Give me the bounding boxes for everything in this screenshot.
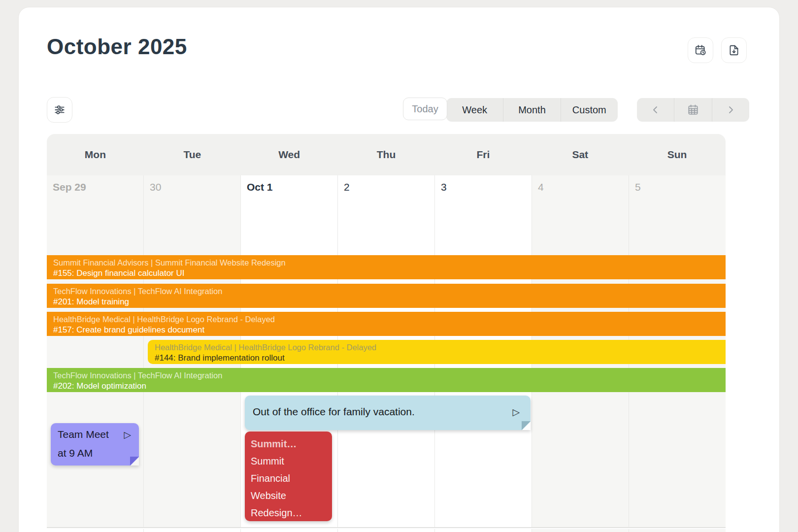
- view-switcher: Week Month Custom: [446, 98, 618, 122]
- export-button[interactable]: [721, 37, 747, 63]
- schedule-view-button[interactable]: [688, 37, 713, 63]
- note-text: Team Meet: [58, 429, 109, 440]
- play-triangle-icon[interactable]: ▷: [124, 429, 131, 440]
- today-button[interactable]: Today: [403, 98, 447, 120]
- filter-button[interactable]: [47, 97, 72, 123]
- prev-button[interactable]: [637, 98, 674, 122]
- date-navigation: [637, 98, 749, 122]
- next-button[interactable]: [712, 98, 749, 122]
- weekday-header: Sat: [532, 134, 629, 175]
- event-bar-201[interactable]: TechFlow Innovations | TechFlow AI Integ…: [47, 284, 726, 308]
- chevron-right-icon: [725, 104, 736, 116]
- sticky-note-team-meet[interactable]: Team Meet at 9 AM ▷: [51, 423, 139, 466]
- calendar-page: October 2025: [0, 0, 798, 532]
- date-label: 2: [344, 181, 350, 193]
- weekday-header: Mon: [47, 134, 144, 175]
- event-project: Summit Financial Advisors | Summit Finan…: [53, 258, 726, 268]
- event-project: TechFlow Innovations | TechFlow AI Integ…: [53, 286, 726, 297]
- folded-corner: [522, 421, 531, 430]
- event-task: #155: Design financial calculator UI: [53, 268, 726, 279]
- tab-month[interactable]: Month: [503, 98, 561, 122]
- note-text: at 9 AM: [58, 447, 93, 459]
- date-label: 5: [635, 181, 641, 193]
- chevron-left-icon: [650, 104, 662, 116]
- date-label: Oct 1: [247, 181, 273, 193]
- weekday-header: Wed: [241, 134, 338, 175]
- weekday-header: Fri: [434, 134, 532, 175]
- date-label: 4: [538, 181, 544, 193]
- page-title: October 2025: [47, 34, 187, 59]
- day-cell-sep-29[interactable]: Sep 29: [47, 175, 144, 527]
- datepicker-button[interactable]: [674, 98, 712, 122]
- weekday-header: Sun: [629, 134, 726, 175]
- play-triangle-icon[interactable]: ▷: [512, 406, 520, 418]
- event-task: #157: Create brand guidelines document: [53, 325, 726, 335]
- date-label: 3: [441, 181, 447, 193]
- event-task: #144: Brand implementation rollout: [155, 353, 726, 364]
- event-task: #201: Model training: [53, 297, 726, 307]
- next-week-row: [47, 529, 726, 532]
- event-project: TechFlow Innovations | TechFlow AI Integ…: [53, 370, 726, 381]
- date-label: Sep 29: [53, 181, 86, 193]
- event-block-subtitle: Summit Financial Website Redesign…: [251, 453, 326, 521]
- event-bar-157[interactable]: HealthBridge Medical | HealthBridge Logo…: [47, 312, 726, 336]
- sliders-icon: [53, 103, 66, 116]
- event-project: HealthBridge Medical | HealthBridge Logo…: [53, 314, 726, 325]
- event-bar-144[interactable]: HealthBridge Medical | HealthBridge Logo…: [148, 340, 726, 364]
- weekday-header: Thu: [338, 134, 435, 175]
- note-text: Out of the office for family vacation.: [253, 406, 415, 418]
- event-block-summit[interactable]: Summit… Summit Financial Website Redesig…: [245, 432, 332, 521]
- calendar-icon: [687, 103, 699, 116]
- event-project: HealthBridge Medical | HealthBridge Logo…: [155, 342, 726, 353]
- tab-custom[interactable]: Custom: [561, 98, 618, 122]
- event-task: #202: Model optimization: [53, 381, 726, 392]
- sticky-note-vacation[interactable]: Out of the office for family vacation. ▷: [245, 396, 531, 430]
- tab-week[interactable]: Week: [446, 98, 503, 122]
- weekday-header-row: Mon Tue Wed Thu Fri Sat Sun: [47, 134, 726, 175]
- event-block-title: Summit…: [251, 435, 326, 453]
- event-bar-202[interactable]: TechFlow Innovations | TechFlow AI Integ…: [47, 368, 726, 392]
- weekday-header: Tue: [144, 134, 241, 175]
- event-bar-155[interactable]: Summit Financial Advisors | Summit Finan…: [47, 255, 726, 279]
- file-download-icon: [728, 44, 740, 57]
- calendar-clock-icon: [694, 44, 707, 57]
- folded-corner: [130, 457, 139, 466]
- date-label: 30: [150, 181, 161, 193]
